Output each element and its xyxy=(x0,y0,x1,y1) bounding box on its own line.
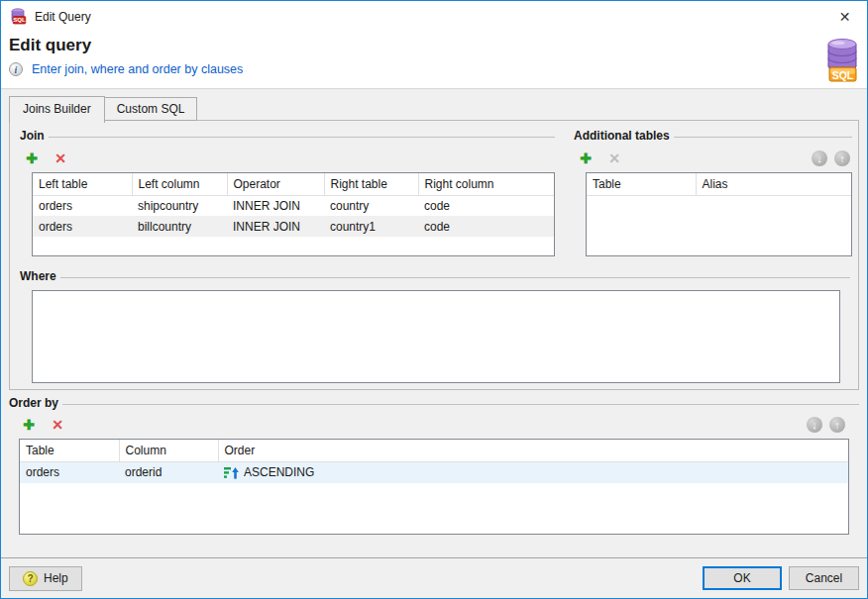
table-cell[interactable]: code xyxy=(418,195,554,216)
table-cell[interactable]: shipcountry xyxy=(132,195,227,216)
column-header: Right table xyxy=(324,173,418,195)
plus-icon: ✚ xyxy=(26,150,38,166)
group-divider xyxy=(62,404,859,405)
help-label: Help xyxy=(44,571,68,585)
column-header: Order xyxy=(218,440,848,461)
delete-button[interactable]: ✕ xyxy=(53,150,68,167)
ok-button[interactable]: OK xyxy=(703,566,782,590)
plus-icon: ✚ xyxy=(23,417,35,433)
order-by-caption: Order by xyxy=(9,396,62,410)
help-icon: ? xyxy=(23,571,38,586)
cancel-button[interactable]: Cancel xyxy=(789,566,859,590)
tab-custom-sql[interactable]: Custom SQL xyxy=(104,97,198,121)
close-button[interactable]: ✕ xyxy=(822,1,867,32)
sort-order-label: ASCENDING xyxy=(244,465,314,479)
header-row: TableAlias xyxy=(587,173,851,195)
order-by-group: Order by ✚ ✕ ↓ ↑ TableColumnOrderorderso… xyxy=(9,396,859,535)
table-row[interactable]: ordersorderidASCENDING xyxy=(20,461,848,483)
x-icon: ✕ xyxy=(608,150,620,166)
where-caption: Where xyxy=(20,269,60,283)
arrow-up-icon: ↑ xyxy=(834,419,840,431)
dialog-header: Edit query i Enter join, where and order… xyxy=(1,32,867,89)
sql-database-large-icon: SQL xyxy=(822,37,862,84)
group-divider xyxy=(674,137,852,138)
join-table-container: Left tableLeft columnOperatorRight table… xyxy=(32,172,555,256)
table-row[interactable]: ordersshipcountryINNER JOINcountrycode xyxy=(33,195,554,216)
move-down-button[interactable]: ↓ xyxy=(812,150,827,166)
join-group: Join ✚ ✕ Left tableLeft columnOperatorRi… xyxy=(20,129,555,256)
move-up-button[interactable]: ↑ xyxy=(829,417,845,433)
sql-database-icon: SQL xyxy=(10,8,27,25)
info-icon: i xyxy=(9,62,23,76)
table-cell[interactable]: country xyxy=(324,195,418,216)
add-button[interactable]: ✚ xyxy=(21,416,37,434)
edit-query-dialog: SQL Edit Query ✕ Edit query i Enter join… xyxy=(0,0,868,599)
column-header: Left table xyxy=(33,173,132,195)
column-header: Operator xyxy=(227,173,324,195)
window-title: Edit Query xyxy=(35,10,91,24)
column-header: Right column xyxy=(418,173,554,195)
join-table: Left tableLeft columnOperatorRight table… xyxy=(33,173,554,237)
joins-builder-panel: Join ✚ ✕ Left tableLeft columnOperatorRi… xyxy=(9,120,859,390)
add-button[interactable]: ✚ xyxy=(578,150,594,167)
join-caption: Join xyxy=(20,129,49,143)
column-header: Left column xyxy=(132,173,227,195)
svg-text:SQL: SQL xyxy=(13,16,26,23)
table-cell[interactable]: INNER JOIN xyxy=(227,216,324,237)
arrow-up-icon: ↑ xyxy=(839,152,845,164)
svg-text:SQL: SQL xyxy=(832,69,854,81)
table-cell[interactable]: orders xyxy=(33,216,132,237)
x-icon: ✕ xyxy=(52,417,63,433)
additional-tables-table: TableAlias xyxy=(587,173,851,196)
group-divider xyxy=(60,277,850,278)
column-header: Column xyxy=(119,440,218,461)
additional-tables-caption: Additional tables xyxy=(574,129,674,143)
move-down-button[interactable]: ↓ xyxy=(807,417,822,433)
order-by-table: TableColumnOrderordersorderidASCENDING xyxy=(20,440,848,483)
table-cell[interactable]: country1 xyxy=(324,216,418,237)
tab-strip: Joins Builder Custom SQL xyxy=(9,96,197,122)
group-divider xyxy=(49,137,555,138)
help-button[interactable]: ? Help xyxy=(9,566,82,591)
table-cell[interactable]: code xyxy=(418,216,554,237)
plus-icon: ✚ xyxy=(580,150,592,166)
column-header: Alias xyxy=(696,173,851,195)
page-title: Edit query xyxy=(9,36,91,55)
additional-tables-toolbar: ✚ ✕ ↓ ↑ xyxy=(578,149,850,168)
join-toolbar: ✚ ✕ xyxy=(24,149,555,168)
additional-tables-group: Additional tables ✚ ✕ ↓ ↑ TableAli xyxy=(574,129,852,256)
arrow-down-icon: ↓ xyxy=(816,152,822,164)
add-button[interactable]: ✚ xyxy=(24,150,40,167)
footer-bar: ? Help OK Cancel xyxy=(1,557,867,598)
x-icon: ✕ xyxy=(54,150,66,166)
close-icon: ✕ xyxy=(839,9,851,25)
move-up-button[interactable]: ↑ xyxy=(834,150,850,166)
additional-tables-container: TableAlias xyxy=(586,172,852,256)
page-subtitle: Enter join, where and order by clauses xyxy=(32,62,243,76)
table-cell[interactable]: billcountry xyxy=(132,216,227,237)
where-group: Where xyxy=(20,269,850,386)
table-cell[interactable]: orders xyxy=(33,195,132,216)
table-cell[interactable]: ASCENDING xyxy=(218,462,848,483)
column-header: Table xyxy=(587,173,696,195)
delete-button: ✕ xyxy=(606,150,622,167)
where-input[interactable] xyxy=(32,290,840,383)
arrow-down-icon: ↓ xyxy=(812,419,817,431)
tab-joins-builder[interactable]: Joins Builder xyxy=(9,96,105,123)
order-by-table-container: TableColumnOrderordersorderidASCENDING xyxy=(19,439,849,535)
header-row: TableColumnOrder xyxy=(20,440,848,461)
title-bar: SQL Edit Query ✕ xyxy=(1,1,867,32)
sort-ascending-icon xyxy=(224,466,239,479)
table-cell[interactable]: orderid xyxy=(119,461,218,483)
order-by-toolbar: ✚ ✕ ↓ ↑ xyxy=(21,415,845,435)
column-header: Table xyxy=(20,440,119,461)
table-cell[interactable]: INNER JOIN xyxy=(227,195,324,216)
header-row: Left tableLeft columnOperatorRight table… xyxy=(33,173,554,195)
table-cell[interactable]: orders xyxy=(20,461,119,483)
table-row[interactable]: ordersbillcountryINNER JOINcountry1code xyxy=(33,216,554,237)
delete-button[interactable]: ✕ xyxy=(50,416,65,434)
